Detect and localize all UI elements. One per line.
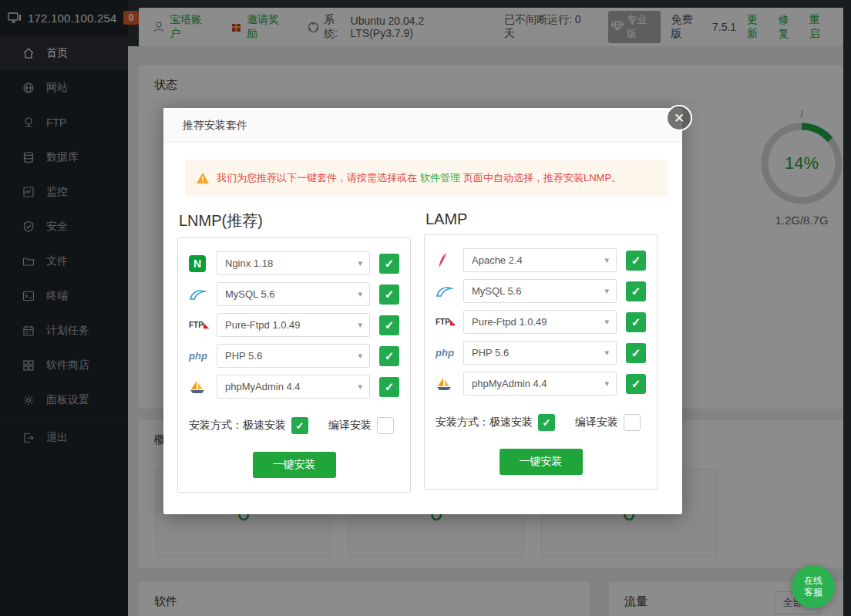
chevron-down-icon: ▾ [604,286,609,296]
one-click-install-button[interactable]: 一键安装 [500,449,583,475]
warning-triangle-icon [196,172,210,184]
phpmyadmin-checkbox[interactable]: ✓ [379,377,399,397]
lnmp-column: LNMP(推荐) N Nginx 1.18▾ ✓ MySQL 5.6▾ ✓ FT… [177,209,411,493]
ftp-version-select[interactable]: Pure-Ftpd 1.0.49▾ [463,310,617,334]
warning-text-pre: 我们为您推荐以下一键套件，请按需选择或在 [217,171,417,185]
mysql-version-select[interactable]: MySQL 5.6▾ [463,279,617,303]
fast-install-checkbox[interactable]: ✓ [291,417,308,434]
install-method-label: 安装方式： [436,416,489,429]
compile-install-checkbox[interactable] [377,417,394,434]
ftp-checkbox[interactable]: ✓ [379,315,399,335]
chevron-down-icon: ▾ [358,382,362,392]
chevron-down-icon: ▾ [358,258,362,268]
one-click-install-button[interactable]: 一键安装 [253,452,336,478]
apache-icon [436,252,463,269]
compile-install-checkbox[interactable] [624,414,641,431]
close-icon[interactable]: ✕ [666,105,692,131]
chevron-down-icon: ▾ [358,289,362,299]
chevron-down-icon: ▾ [604,379,609,389]
fast-install-checkbox[interactable]: ✓ [538,414,555,431]
modal-title: 推荐安装套件 [163,108,682,143]
apache-version-select[interactable]: Apache 2.4▾ [463,248,617,272]
phpmyadmin-checkbox[interactable]: ✓ [626,374,646,394]
nginx-icon: N [189,255,217,272]
chevron-down-icon: ▾ [604,317,609,327]
bt-panel-app: 172.100.100.254 0 首页 网站 FTP 数据库 监控 安全 [0,0,851,616]
compile-install-label: 编译安装 [328,419,372,433]
install-method-label: 安装方式： [189,419,243,433]
php-icon: php [189,350,217,362]
software-manage-link[interactable]: 软件管理 [420,171,460,185]
compile-install-label: 编译安装 [575,416,618,429]
nginx-version-select[interactable]: Nginx 1.18▾ [217,251,370,275]
mysql-icon [189,288,217,301]
ftp-icon: FTP◣ [436,318,463,326]
lamp-title: LAMP [426,210,658,228]
lnmp-title: LNMP(推荐) [179,210,411,231]
fast-install-label: 极速安装 [489,416,533,429]
mysql-checkbox[interactable]: ✓ [626,281,646,301]
mysql-checkbox[interactable]: ✓ [379,284,399,305]
phpmyadmin-icon [436,376,463,392]
php-checkbox[interactable]: ✓ [626,343,646,363]
php-icon: php [436,347,463,358]
ftp-version-select[interactable]: Pure-Ftpd 1.0.49▾ [217,313,370,337]
ftp-checkbox[interactable]: ✓ [626,312,646,332]
chevron-down-icon: ▾ [604,348,609,358]
php-version-select[interactable]: PHP 5.6▾ [217,344,370,368]
lamp-column: LAMP Apache 2.4▾ ✓ MySQL 5.6▾ ✓ FTP◣ P [424,209,658,493]
chevron-down-icon: ▾ [358,351,362,361]
online-support-button[interactable]: 在线 客服 [792,565,835,608]
php-checkbox[interactable]: ✓ [379,346,399,366]
phpmyadmin-version-select[interactable]: phpMyAdmin 4.4▾ [217,375,370,399]
mysql-version-select[interactable]: MySQL 5.6▾ [217,282,370,306]
chevron-down-icon: ▾ [604,255,609,265]
nginx-checkbox[interactable]: ✓ [379,254,399,274]
fast-install-label: 极速安装 [243,419,286,433]
warning-text-post: 页面中自动选择，推荐安装LNMP。 [463,171,621,185]
phpmyadmin-icon [189,379,217,395]
php-version-select[interactable]: PHP 5.6▾ [463,341,617,365]
mysql-icon [436,284,463,298]
ftp-icon: FTP◣ [189,321,217,329]
recommended-install-modal: ✕ 推荐安装套件 我们为您推荐以下一键套件，请按需选择或在 软件管理 页面中自动… [163,108,682,514]
phpmyadmin-version-select[interactable]: phpMyAdmin 4.4▾ [463,372,617,396]
apache-checkbox[interactable]: ✓ [626,251,646,271]
chevron-down-icon: ▾ [358,320,362,330]
warning-banner: 我们为您推荐以下一键套件，请按需选择或在 软件管理 页面中自动选择，推荐安装LN… [185,160,668,197]
